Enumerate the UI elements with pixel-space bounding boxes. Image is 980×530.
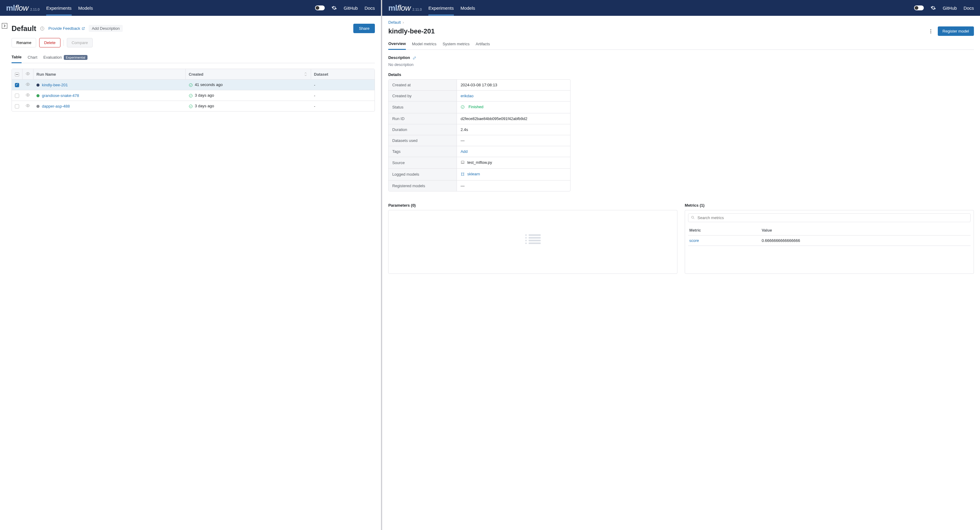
sort-icon[interactable]	[304, 72, 308, 76]
svg-point-5	[189, 84, 192, 87]
select-all-checkbox[interactable]	[15, 72, 19, 76]
gear-icon[interactable]	[931, 5, 936, 11]
row-checkbox[interactable]	[15, 104, 19, 108]
experimental-pill: Experimental	[64, 55, 88, 60]
tab-system-metrics[interactable]: System metrics	[442, 39, 469, 49]
share-button[interactable]: Share	[353, 24, 375, 33]
tab-overview[interactable]: Overview	[388, 39, 406, 50]
external-link-icon	[81, 27, 85, 30]
laptop-icon	[461, 160, 465, 164]
run-title: kindly-bee-201	[388, 27, 435, 35]
created-by-link[interactable]: erikdao	[461, 94, 474, 98]
col-run-name[interactable]: Run Name	[33, 69, 186, 80]
run-link[interactable]: grandiose-snake-478	[42, 93, 79, 98]
svg-point-16	[463, 173, 464, 173]
metrics-heading: Metrics (1)	[685, 203, 974, 208]
nav-models[interactable]: Models	[461, 1, 475, 16]
provide-feedback-link[interactable]: Provide Feedback	[48, 26, 85, 31]
search-input[interactable]	[697, 215, 968, 220]
col-value[interactable]: Value	[760, 225, 970, 236]
search-metrics-input[interactable]	[688, 213, 970, 222]
run-tabs: Overview Model metrics System metrics Ar…	[388, 39, 974, 50]
tab-chart[interactable]: Chart	[28, 52, 37, 63]
edit-icon[interactable]	[412, 56, 417, 60]
delete-button[interactable]: Delete	[39, 38, 60, 48]
metrics-panel: Metric Value score 0.6666666666666666	[685, 210, 974, 274]
tab-evaluation[interactable]: Evaluation Experimental	[43, 52, 88, 63]
more-menu-icon[interactable]	[928, 29, 934, 34]
svg-point-10	[930, 29, 931, 30]
svg-point-8	[27, 105, 29, 107]
info-icon	[40, 26, 45, 31]
expand-sidebar-button[interactable]	[2, 23, 7, 29]
svg-point-19	[691, 216, 694, 218]
tab-model-metrics[interactable]: Model metrics	[412, 39, 436, 49]
nav-models[interactable]: Models	[78, 1, 93, 16]
row-checkbox[interactable]	[15, 83, 19, 87]
table-row[interactable]: grandiose-snake-478 3 days ago -	[12, 90, 375, 101]
run-link[interactable]: kindly-bee-201	[42, 83, 68, 87]
no-description-text: No description	[388, 62, 974, 67]
breadcrumb-link[interactable]: Default	[388, 20, 401, 25]
visibility-icon[interactable]	[25, 93, 30, 97]
parameters-heading: Parameters (0)	[388, 203, 678, 208]
source-value: test_mlflow.py	[467, 160, 492, 165]
theme-toggle[interactable]	[914, 5, 924, 10]
add-tag-link[interactable]: Add	[461, 149, 468, 154]
nav-github[interactable]: GitHub	[943, 1, 957, 16]
nav-experiments[interactable]: Experiments	[46, 1, 72, 16]
datasets-value: —	[457, 135, 570, 146]
gear-icon[interactable]	[331, 5, 337, 11]
tab-artifacts[interactable]: Artifacts	[476, 39, 490, 49]
svg-rect-14	[461, 161, 464, 163]
svg-point-15	[461, 173, 462, 173]
breadcrumb: Default ›	[388, 20, 974, 25]
logo[interactable]: mlflow 2.11.0	[6, 3, 40, 13]
svg-point-17	[461, 175, 462, 175]
metric-link[interactable]: score	[689, 238, 699, 243]
register-model-button[interactable]: Register model	[938, 26, 974, 36]
svg-point-7	[189, 94, 192, 97]
run-color-dot	[37, 94, 40, 97]
svg-point-4	[27, 84, 29, 85]
details-table: Created at2024-03-08 17:08:13 Created by…	[388, 79, 571, 191]
add-description-button[interactable]: Add Description	[89, 25, 123, 32]
table-row[interactable]: kindly-bee-201 41 seconds ago -	[12, 80, 375, 90]
details-heading: Details	[388, 72, 974, 77]
col-dataset[interactable]: Dataset	[311, 69, 375, 80]
visibility-icon[interactable]	[25, 82, 30, 87]
metrics-table: Metric Value score 0.6666666666666666	[688, 225, 970, 246]
visibility-icon[interactable]	[25, 72, 30, 76]
view-tabs: Table Chart Evaluation Experimental	[11, 52, 375, 63]
table-row[interactable]: dapper-asp-488 3 days ago -	[12, 101, 375, 111]
run-link[interactable]: dapper-asp-488	[42, 104, 70, 108]
tab-table[interactable]: Table	[11, 52, 22, 63]
nav-github[interactable]: GitHub	[344, 1, 358, 16]
nav-docs[interactable]: Docs	[964, 1, 974, 16]
nav-experiments[interactable]: Experiments	[428, 1, 453, 16]
logo[interactable]: mlflow 2.11.0	[388, 3, 422, 13]
col-created[interactable]: Created	[186, 69, 311, 80]
empty-state-icon	[391, 213, 674, 265]
svg-point-9	[189, 105, 192, 108]
col-metric[interactable]: Metric	[688, 225, 760, 236]
visibility-icon[interactable]	[25, 103, 30, 108]
status-icon	[189, 94, 193, 98]
rename-button[interactable]: Rename	[11, 38, 36, 48]
topnav-right: mlflow 2.11.0 Experiments Models GitHub …	[382, 0, 980, 16]
run-id-value: d2fece82bae84bb095e091f42abfb9d2	[457, 113, 570, 124]
svg-point-11	[930, 31, 931, 31]
check-icon	[461, 105, 465, 109]
logged-model-link[interactable]: sklearn	[467, 172, 480, 176]
svg-point-2	[42, 27, 43, 28]
status-icon	[189, 83, 193, 87]
description-heading: Description	[388, 55, 410, 60]
nav-docs[interactable]: Docs	[364, 1, 375, 16]
theme-toggle[interactable]	[315, 5, 325, 10]
row-checkbox[interactable]	[15, 94, 19, 98]
svg-point-18	[463, 175, 464, 175]
status-badge: Finished	[461, 105, 483, 109]
created-at-value: 2024-03-08 17:08:13	[457, 80, 570, 91]
svg-point-13	[461, 105, 465, 108]
run-color-dot	[37, 84, 40, 87]
